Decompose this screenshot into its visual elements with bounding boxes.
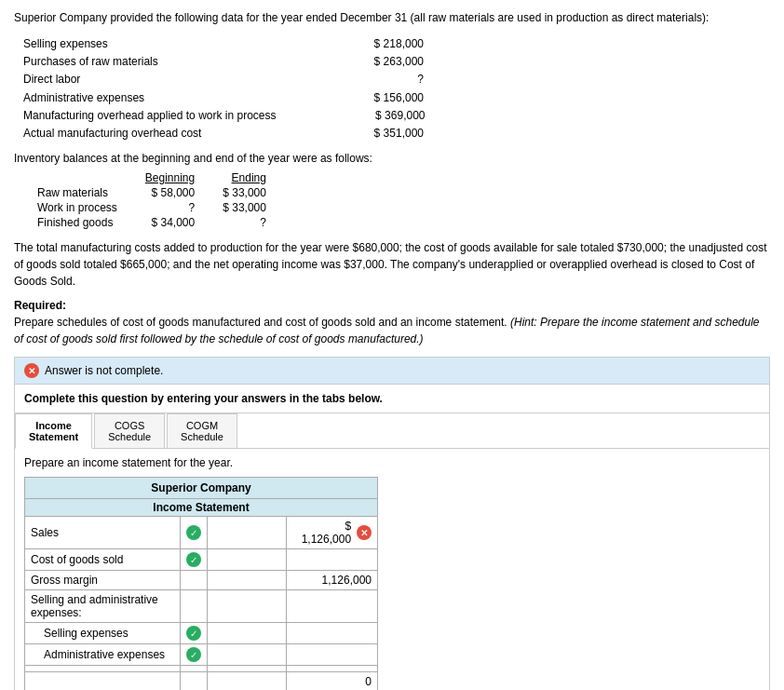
is-admin-exp-col1[interactable] xyxy=(207,644,286,666)
is-sales-col1[interactable] xyxy=(207,517,286,549)
financial-data-table: Selling expenses $ 218,000 Purchases of … xyxy=(23,35,770,142)
is-zero-label xyxy=(25,672,181,690)
status-text: Answer is not complete. xyxy=(45,364,163,377)
data-row-mfg-overhead: Manufacturing overhead applied to work i… xyxy=(23,107,770,125)
answer-box: ✕ Answer is not complete. Complete this … xyxy=(14,357,770,690)
data-row-actual-overhead: Actual manufacturing overhead cost $ 351… xyxy=(23,125,770,142)
is-selling-admin-check xyxy=(180,590,207,623)
inv-wip-beginning: ? xyxy=(131,200,209,215)
check-icon-selling: ✓ xyxy=(186,626,201,641)
is-gross-margin-col1[interactable] xyxy=(207,571,286,590)
answer-status-bar: ✕ Answer is not complete. xyxy=(15,358,769,385)
inv-row-wip: Work in process ? $ 33,000 xyxy=(23,200,280,215)
sales-value: $ 1,126,000 xyxy=(292,520,351,546)
data-row-admin: Administrative expenses $ 156,000 xyxy=(23,89,770,107)
data-row-purchases: Purchases of raw materials $ 263,000 xyxy=(23,53,770,71)
is-admin-exp-check: ✓ xyxy=(180,644,207,666)
is-cogs-col2[interactable] xyxy=(286,549,377,571)
statement-name-row: Income Statement xyxy=(25,499,378,517)
is-gross-margin-col2[interactable]: 1,126,000 xyxy=(286,571,377,590)
check-icon-admin: ✓ xyxy=(186,647,201,662)
is-selling-exp-check: ✓ xyxy=(180,623,207,644)
is-zero-col1[interactable] xyxy=(207,672,286,690)
inv-raw-beginning: $ 58,000 xyxy=(131,185,209,200)
direct-labor-value: ? xyxy=(349,71,424,88)
tabs-row: IncomeStatement COGSSchedule COGMSchedul… xyxy=(15,413,769,449)
inv-raw-label: Raw materials xyxy=(23,185,131,200)
is-blank1-check xyxy=(180,666,207,672)
income-statement-table: Superior Company Income Statement Sales … xyxy=(24,477,378,690)
statement-name-cell: Income Statement xyxy=(25,499,378,517)
is-cogs-col1[interactable] xyxy=(207,549,286,571)
mfg-overhead-label: Manufacturing overhead applied to work i… xyxy=(23,107,277,125)
admin-expenses-label: Administrative expenses xyxy=(23,89,275,107)
is-selling-exp-label: Selling expenses xyxy=(25,623,181,644)
sales-error-icon: ✕ xyxy=(357,525,372,540)
is-gross-margin-check xyxy=(180,571,207,590)
is-row-zero: 0 xyxy=(25,672,378,690)
is-sales-col2[interactable]: $ 1,126,000 ✕ xyxy=(286,517,377,549)
data-row-direct-labor: Direct labor ? xyxy=(23,71,770,88)
is-sales-label: Sales xyxy=(25,517,181,549)
selling-expenses-value: $ 218,000 xyxy=(349,35,424,53)
inv-finished-beginning: $ 34,000 xyxy=(131,215,209,230)
is-selling-admin-header-label: Selling and administrative expenses: xyxy=(25,590,181,623)
purchases-label: Purchases of raw materials xyxy=(23,53,275,71)
is-row-selling-exp: Selling expenses ✓ xyxy=(25,623,378,644)
is-zero-check xyxy=(180,672,207,690)
is-zero-col2[interactable]: 0 xyxy=(286,672,377,690)
inv-header-blank xyxy=(23,170,131,185)
inv-finished-ending: ? xyxy=(209,215,280,230)
intro-paragraph: Superior Company provided the following … xyxy=(14,9,770,26)
inv-raw-ending: $ 33,000 xyxy=(209,185,280,200)
tab-income-statement[interactable]: IncomeStatement xyxy=(15,413,92,449)
inventory-table: Beginning Ending Raw materials $ 58,000 … xyxy=(23,170,280,230)
is-sales-check: ✓ xyxy=(180,517,207,549)
data-row-selling: Selling expenses $ 218,000 xyxy=(23,35,770,53)
is-admin-exp-col2[interactable] xyxy=(286,644,377,666)
status-x-icon: ✕ xyxy=(24,363,39,378)
main-paragraph: The total manufacturing costs added to p… xyxy=(14,239,770,290)
inventory-section: Inventory balances at the beginning and … xyxy=(14,152,770,230)
tab-instruction: Prepare an income statement for the year… xyxy=(24,456,760,469)
company-name-cell: Superior Company xyxy=(25,478,378,499)
is-row-gross-margin: Gross margin 1,126,000 xyxy=(25,571,378,590)
complete-instruction: Complete this question by entering your … xyxy=(15,385,769,413)
inv-finished-label: Finished goods xyxy=(23,215,131,230)
is-row-sales: Sales ✓ $ 1,126,000 ✕ xyxy=(25,517,378,549)
inventory-title: Inventory balances at the beginning and … xyxy=(14,152,770,165)
is-cogs-label: Cost of goods sold xyxy=(25,549,181,571)
company-name-row: Superior Company xyxy=(25,478,378,499)
is-row-blank1 xyxy=(25,666,378,672)
tab-cogm-schedule[interactable]: COGMSchedule xyxy=(167,413,237,448)
is-cogs-check: ✓ xyxy=(180,549,207,571)
inv-header-ending: Ending xyxy=(209,170,280,185)
required-text: Prepare schedules of cost of goods manuf… xyxy=(14,314,770,347)
tab-content-income: Prepare an income statement for the year… xyxy=(15,449,769,690)
mfg-overhead-value: $ 369,000 xyxy=(351,107,426,125)
is-blank1-col2[interactable] xyxy=(286,666,377,672)
inv-wip-label: Work in process xyxy=(23,200,131,215)
is-selling-admin-col2[interactable] xyxy=(286,590,377,623)
is-selling-exp-col1[interactable] xyxy=(207,623,286,644)
check-icon-cogs: ✓ xyxy=(186,552,201,567)
is-gross-margin-label: Gross margin xyxy=(25,571,181,590)
is-selling-exp-col2[interactable] xyxy=(286,623,377,644)
actual-overhead-value: $ 351,000 xyxy=(349,125,424,142)
is-row-admin-exp: Administrative expenses ✓ xyxy=(25,644,378,666)
admin-expenses-value: $ 156,000 xyxy=(349,89,424,107)
required-label: Required: xyxy=(14,299,770,312)
is-selling-admin-col1[interactable] xyxy=(207,590,286,623)
is-blank1-col1[interactable] xyxy=(207,666,286,672)
is-row-cogs: Cost of goods sold ✓ xyxy=(25,549,378,571)
is-row-selling-admin-header: Selling and administrative expenses: xyxy=(25,590,378,623)
actual-overhead-label: Actual manufacturing overhead cost xyxy=(23,125,275,142)
is-admin-exp-label: Administrative expenses xyxy=(25,644,181,666)
selling-expenses-label: Selling expenses xyxy=(23,35,275,53)
is-blank1-label xyxy=(25,666,181,672)
required-section: Required: Prepare schedules of cost of g… xyxy=(14,299,770,347)
check-icon: ✓ xyxy=(186,525,201,540)
inv-header-beginning: Beginning xyxy=(131,170,209,185)
tab-cogs-schedule[interactable]: COGSSchedule xyxy=(94,413,165,448)
direct-labor-label: Direct labor xyxy=(23,71,275,88)
